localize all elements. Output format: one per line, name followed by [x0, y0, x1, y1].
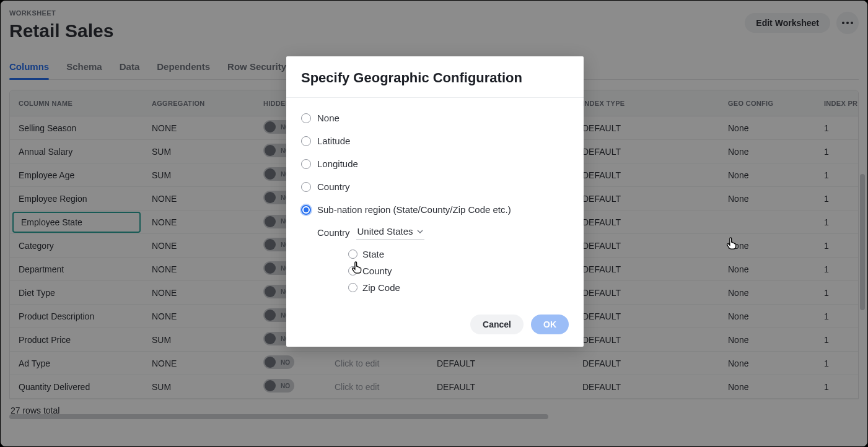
country-label: Country: [317, 227, 350, 238]
cancel-button[interactable]: Cancel: [470, 315, 524, 334]
sub-radio-county[interactable]: County: [348, 263, 569, 279]
radio-label: Sub-nation region (State/County/Zip Code…: [317, 204, 511, 215]
ok-button[interactable]: OK: [531, 315, 569, 334]
pointer-cursor-icon: [726, 237, 739, 250]
sub-radio-state[interactable]: State: [348, 246, 569, 263]
radio-icon-selected: [301, 205, 311, 215]
radio-icon: [301, 113, 311, 123]
chevron-down-icon: [417, 230, 423, 233]
dialog-body: None Latitude Longitude Country Sub-nati…: [286, 98, 584, 307]
radio-label: Latitude: [317, 136, 350, 146]
country-row: Country United States: [317, 221, 569, 246]
dialog-header: Specify Geographic Configuration: [286, 56, 584, 98]
radio-label: Zip Code: [362, 282, 400, 293]
radio-label: Country: [317, 181, 350, 192]
radio-label: State: [362, 249, 384, 259]
radio-label: Longitude: [317, 158, 358, 169]
radio-label: County: [362, 266, 392, 276]
radio-icon: [348, 283, 357, 292]
app-window: WORKSHEET Retail Sales Edit Worksheet Co…: [1, 1, 867, 446]
radio-option-country[interactable]: Country: [301, 175, 569, 198]
sub-radio-zip[interactable]: Zip Code: [348, 279, 569, 296]
radio-option-latitude[interactable]: Latitude: [301, 129, 569, 152]
radio-option-subnation[interactable]: Sub-nation region (State/County/Zip Code…: [301, 198, 569, 221]
radio-icon: [301, 159, 311, 169]
country-select[interactable]: United States: [356, 225, 424, 240]
radio-icon: [348, 250, 357, 259]
dialog-title: Specify Geographic Configuration: [301, 70, 569, 86]
pointer-cursor-icon: [351, 261, 364, 274]
radio-label: None: [317, 113, 340, 123]
subnation-block: Country United States State County: [301, 221, 569, 296]
radio-option-longitude[interactable]: Longitude: [301, 152, 569, 175]
radio-option-none[interactable]: None: [301, 106, 569, 129]
radio-icon: [301, 136, 311, 146]
dialog-footer: Cancel OK: [286, 307, 584, 347]
country-value: United States: [357, 226, 413, 237]
radio-icon: [301, 182, 311, 192]
geo-config-dialog: Specify Geographic Configuration None La…: [286, 56, 584, 347]
